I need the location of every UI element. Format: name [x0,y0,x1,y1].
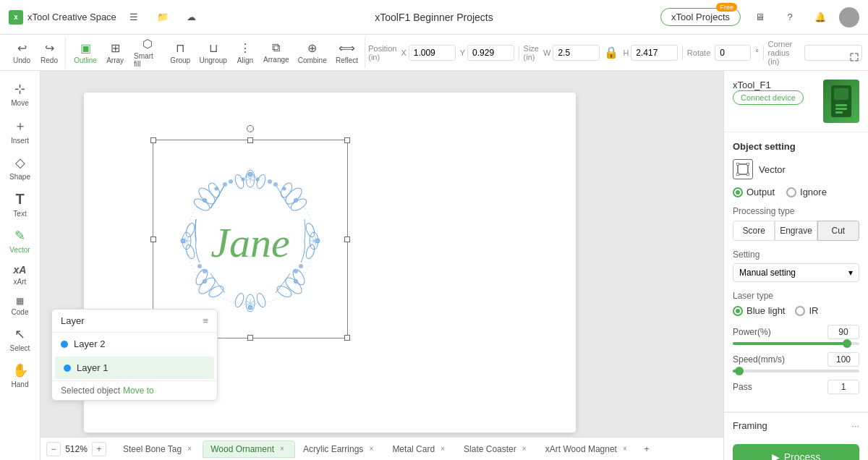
sidebar-item-hand[interactable]: ✋ Hand [3,358,38,393]
width-input[interactable] [553,45,600,61]
sidebar-item-xart[interactable]: xA xArt [3,260,38,290]
layer-menu-icon[interactable]: ≡ [203,315,208,326]
rotate-handle[interactable] [247,125,254,132]
tab-add-button[interactable]: + [638,440,655,458]
outline-button[interactable]: ▣ Outline [70,38,101,68]
power-slider-track[interactable] [733,342,859,345]
tab-slate-coaster[interactable]: Slate Coaster × [456,440,537,458]
device-svg [828,84,854,119]
svg-text:Jane: Jane [210,219,290,266]
zoom-plus-button[interactable]: + [92,442,106,456]
cut-button[interactable]: Cut [817,221,859,241]
process-button[interactable]: ▶ Process [733,444,859,460]
framing-menu-icon[interactable]: ··· [851,420,859,431]
svg-point-37 [223,182,227,187]
xtool-projects-button[interactable]: xTool Projects Free [660,8,741,26]
pass-input[interactable] [827,380,859,394]
output-radio[interactable]: Output [733,187,775,197]
notification-icon[interactable]: 🔔 [809,6,832,29]
ignore-radio[interactable]: Ignore [786,187,827,197]
sidebar-item-select[interactable]: ↖ Select [3,322,38,357]
svg-point-2 [234,174,245,189]
svg-point-3 [255,174,267,189]
zoom-controls: − 512% + [46,442,106,456]
reflect-button[interactable]: ⟺ Reflect [332,38,362,68]
output-radio-dot [733,187,743,197]
zoom-minus-button[interactable]: − [46,442,61,456]
canvas-content: Jane Layer ≡ Layer 2 Layer 1 [41,71,723,437]
smart-fill-button[interactable]: ⬡ Smart fill [129,38,165,68]
device-icon[interactable]: 🖥 [748,6,771,29]
sidebar-item-vector[interactable]: ✎ Vector [3,223,38,258]
setting-select[interactable]: Manual setting ▾ [733,263,859,282]
tab-wood-ornament[interactable]: Wood Ornament × [203,440,295,458]
power-slider-thumb[interactable] [843,339,851,348]
arrange-button[interactable]: ⧉ Arrange [260,38,293,68]
svg-point-54 [736,173,739,176]
avatar[interactable] [839,7,859,27]
zoom-value: 512% [64,444,89,454]
redo-button[interactable]: ↪ Redo [36,38,62,68]
svg-point-27 [294,199,298,203]
sidebar-item-text[interactable]: T Text [3,187,38,222]
top-bar: x xTool Creative Space ☰ 📁 ☁ xToolF1 Beg… [0,0,868,35]
position-y-field: Y [460,45,514,61]
tab-acrylic-earrings-close[interactable]: × [366,444,376,454]
layer-item-1[interactable]: Layer 1 [55,357,214,379]
cloud-icon[interactable]: ☁ [180,6,203,29]
tab-xart-wood-magnet[interactable]: xArt Wood Magnet × [537,440,638,458]
menu-icon[interactable]: ☰ [122,6,145,29]
tab-wood-ornament-close[interactable]: × [277,444,287,454]
speed-slider-track[interactable] [733,370,859,372]
tab-steel-bone-close[interactable]: × [184,444,195,454]
layer-panel: Layer ≡ Layer 2 Layer 1 Selected object … [51,309,218,401]
right-panel: xTool_F1 Connect device [723,71,868,460]
tab-steel-bone[interactable]: Steel Bone Tag × [115,440,203,458]
sidebar-item-code[interactable]: ▦ Code [3,291,38,320]
tab-acrylic-earrings[interactable]: Acrylic Earrings × [295,440,384,458]
ir-radio[interactable]: IR [795,305,818,316]
connect-device-button[interactable]: Connect device [733,90,804,105]
speed-slider-thumb[interactable] [735,367,744,375]
ungroup-button[interactable]: ⊔ Ungroup [195,38,230,68]
pass-row: Pass [733,380,859,394]
svg-point-5 [242,178,244,181]
select-icon: ↖ [14,326,25,342]
rotate-input[interactable] [715,45,751,61]
tab-metal-card[interactable]: Metal Card × [384,440,456,458]
align-button[interactable]: ⋮ Align [232,38,258,68]
score-button[interactable]: Score [733,221,775,241]
position-y-input[interactable] [467,45,514,61]
layer-item-2[interactable]: Layer 2 [52,333,217,355]
tab-metal-card-close[interactable]: × [438,444,448,454]
undo-button[interactable]: ↩ Undo [9,38,35,68]
speed-input[interactable] [827,352,859,367]
device-name: xTool_F1 [733,80,804,90]
move-to-link[interactable]: Move to [123,386,154,396]
position-label: Position (in) [368,44,396,61]
tab-xart-wood-magnet-close[interactable]: × [620,444,630,454]
layer2-dot [61,341,68,348]
sidebar-item-move[interactable]: ⊹ Move [3,77,38,111]
xart-icon: xA [14,264,27,276]
group-button[interactable]: ⊓ Group [166,38,194,68]
height-input[interactable] [631,45,678,61]
engrave-button[interactable]: Engrave [775,221,817,241]
lock-icon[interactable]: 🔒 [604,46,618,59]
svg-rect-47 [834,88,848,100]
layer-header: Layer ≡ [52,310,217,333]
sidebar-item-insert[interactable]: ＋ Insert [3,113,38,149]
blue-light-radio[interactable]: Blue light [733,305,785,316]
help-icon[interactable]: ? [778,6,801,29]
file-icon[interactable]: 📁 [151,6,174,29]
position-x-input[interactable] [409,45,456,61]
power-label: Power(%) [733,327,771,337]
shape-icon: ◇ [15,155,25,171]
sidebar-item-shape[interactable]: ◇ Shape [3,150,38,185]
power-input[interactable] [827,325,859,339]
array-button[interactable]: ⊞ Array [102,38,128,68]
tab-slate-coaster-close[interactable]: × [519,444,529,454]
text-icon: T [15,191,24,208]
combine-button[interactable]: ⊕ Combine [294,38,331,68]
ignore-radio-dot [786,187,796,197]
